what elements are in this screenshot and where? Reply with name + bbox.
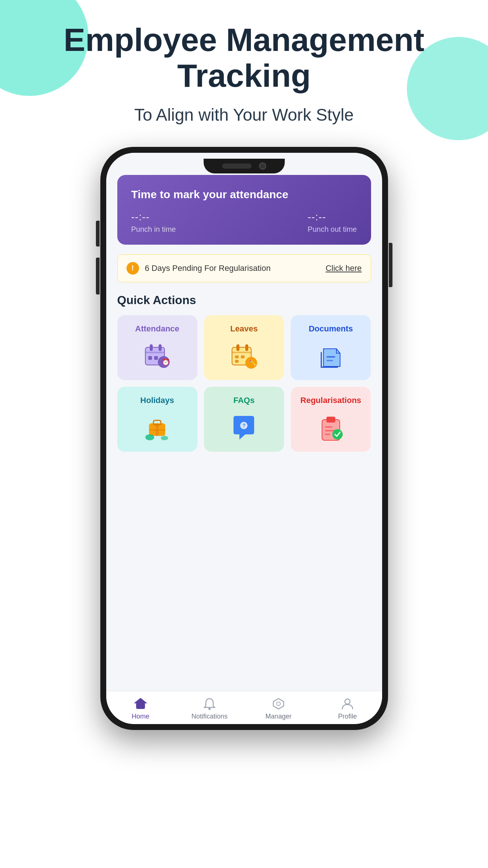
quick-item-regularisations[interactable]: Regularisations	[291, 387, 371, 452]
attendance-icon: ⏰	[141, 340, 174, 373]
quick-item-documents[interactable]: Documents	[291, 315, 371, 380]
quick-item-attendance[interactable]: Attendance ⏰	[117, 315, 197, 380]
nav-label-notifications: Notifications	[191, 713, 228, 720]
svg-rect-2	[150, 344, 153, 351]
notch-camera	[259, 162, 266, 170]
svg-point-38	[277, 702, 280, 706]
svg-rect-24	[149, 429, 165, 431]
nav-item-profile[interactable]: Profile	[313, 697, 382, 720]
phone-wrapper: Time to mark your attendance --:-- Punch…	[0, 147, 488, 730]
home-icon	[134, 697, 147, 710]
quick-label-documents: Documents	[309, 324, 353, 334]
alert-link[interactable]: Click here	[326, 264, 362, 273]
svg-rect-20	[326, 360, 333, 361]
svg-rect-14	[235, 355, 239, 358]
leaves-icon: ✏️	[227, 340, 260, 373]
phone-button-right	[389, 243, 392, 287]
screen-content: Time to mark your attendance --:-- Punch…	[106, 153, 382, 691]
nav-label-home: Home	[132, 713, 149, 720]
svg-rect-15	[241, 355, 245, 358]
documents-icon	[314, 340, 347, 373]
svg-point-34	[332, 429, 343, 440]
quick-label-holidays: Holidays	[140, 396, 174, 405]
svg-point-26	[161, 436, 168, 440]
svg-rect-11	[236, 344, 239, 351]
svg-rect-19	[326, 356, 335, 358]
svg-rect-12	[245, 344, 248, 351]
punch-out-value: --:--	[308, 211, 357, 223]
alert-icon: !	[127, 262, 139, 275]
svg-rect-4	[145, 352, 165, 353]
nav-label-manager: Manager	[265, 713, 291, 720]
notch-speaker	[222, 163, 252, 169]
holidays-icon	[141, 411, 174, 444]
punch-times: --:-- Punch in time --:-- Punch out time	[131, 211, 357, 234]
phone-button-left1	[96, 221, 100, 247]
quick-label-regularisations: Regularisations	[300, 396, 361, 405]
header-section: Employee Management Tracking To Align wi…	[0, 0, 488, 140]
punch-in-label: Punch in time	[131, 225, 176, 234]
punch-out-label: Punch out time	[308, 225, 357, 234]
quick-item-faqs[interactable]: FAQs ?	[204, 387, 284, 452]
svg-point-37	[208, 708, 211, 710]
punch-out: --:-- Punch out time	[308, 211, 357, 234]
svg-rect-16	[235, 360, 239, 363]
svg-rect-33	[325, 434, 330, 435]
svg-rect-36	[139, 705, 142, 709]
nav-item-home[interactable]: Home	[106, 697, 175, 720]
faqs-icon: ?	[227, 411, 260, 444]
quick-label-faqs: FAQs	[233, 396, 255, 405]
subtitle: To Align with Your Work Style	[0, 105, 488, 125]
phone-outer: Time to mark your attendance --:-- Punch…	[100, 147, 388, 730]
punch-in-value: --:--	[131, 211, 176, 223]
quick-item-holidays[interactable]: Holidays	[117, 387, 197, 452]
svg-text:✏️: ✏️	[249, 359, 256, 366]
quick-label-attendance: Attendance	[135, 324, 179, 334]
punch-in: --:-- Punch in time	[131, 211, 176, 234]
attendance-card-title: Time to mark your attendance	[131, 188, 357, 201]
attendance-card[interactable]: Time to mark your attendance --:-- Punch…	[117, 175, 371, 245]
regularisations-icon	[314, 411, 347, 444]
quick-item-leaves[interactable]: Leaves	[204, 315, 284, 380]
svg-rect-30	[326, 417, 335, 423]
svg-rect-13	[232, 352, 251, 353]
svg-text:?: ?	[242, 423, 246, 428]
phone-button-left2	[96, 258, 100, 294]
svg-point-25	[145, 434, 154, 440]
svg-text:⏰: ⏰	[162, 358, 170, 366]
svg-rect-5	[148, 356, 152, 360]
nav-label-profile: Profile	[338, 713, 357, 720]
alert-message: 6 Days Pending For Regularisation	[145, 264, 320, 273]
bottom-nav: Home Notifications	[106, 691, 382, 724]
alert-banner: ! 6 Days Pending For Regularisation Clic…	[117, 254, 371, 282]
main-title: Employee Management Tracking	[0, 22, 488, 94]
phone-screen: Time to mark your attendance --:-- Punch…	[106, 153, 382, 724]
nav-item-manager[interactable]: Manager	[244, 697, 313, 720]
notifications-icon	[203, 697, 216, 710]
svg-rect-31	[325, 426, 332, 428]
svg-point-39	[345, 699, 350, 704]
manager-icon	[272, 697, 285, 710]
quick-actions-title: Quick Actions	[117, 293, 371, 307]
phone-notch	[204, 159, 285, 173]
svg-rect-3	[159, 344, 162, 351]
quick-actions-grid: Attendance ⏰	[117, 315, 371, 452]
profile-icon	[341, 697, 354, 710]
nav-item-notifications[interactable]: Notifications	[175, 697, 244, 720]
quick-label-leaves: Leaves	[230, 324, 258, 334]
svg-rect-6	[154, 356, 158, 360]
